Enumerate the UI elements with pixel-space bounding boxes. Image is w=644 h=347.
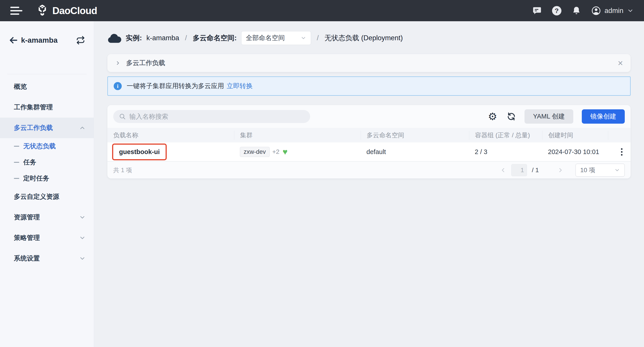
topbar: DaoCloud ? admin — [0, 0, 644, 21]
user-menu[interactable]: admin — [591, 6, 634, 16]
created-cell: 2024-07-30 10:01 — [542, 148, 608, 156]
sidebar-item-label: 资源管理 — [14, 213, 40, 222]
table-footer: 共 1 项 / 1 10 项 — [108, 161, 630, 178]
sidebar-item-overview[interactable]: 概览 — [0, 76, 94, 97]
sidebar-item-stateless-workloads[interactable]: 无状态负载 — [0, 138, 94, 154]
workload-card: ⚙ YAML 创建 镜像创建 负载名称 集群 多云命名空间 容器组 (正常 / … — [108, 105, 630, 178]
cluster-extra-count: +2 — [272, 148, 280, 155]
column-header-cluster: 集群 — [234, 131, 361, 140]
total-count: 共 1 项 — [113, 166, 132, 174]
daocloud-app: DaoCloud ? admin — [0, 0, 644, 347]
breadcrumb-separator: / — [317, 34, 319, 42]
health-heart-icon: ♥ — [282, 148, 288, 156]
annotation-highlight-box: guestbook-ui — [112, 144, 167, 160]
hamburger-menu-icon[interactable] — [10, 6, 23, 16]
sidebar-item-system-settings[interactable]: 系统设置 — [0, 248, 94, 269]
cluster-tag[interactable]: zxw-dev — [240, 147, 270, 157]
close-icon[interactable]: × — [618, 58, 623, 67]
refresh-icon[interactable] — [506, 111, 517, 122]
kebab-menu-icon[interactable] — [618, 146, 626, 158]
search-icon — [119, 113, 126, 120]
topbar-actions: ? admin — [532, 6, 634, 16]
sidebar-item-label: 多云自定义资源 — [14, 192, 59, 201]
page-size-value: 10 项 — [580, 166, 595, 174]
column-header-created: 创建时间 — [542, 131, 608, 140]
sidebar-item-label: 策略管理 — [14, 233, 40, 242]
page-size-select[interactable]: 10 项 — [576, 164, 625, 177]
chevron-right-icon[interactable] — [115, 60, 121, 66]
user-name: admin — [604, 7, 624, 15]
pagination: / 1 10 项 — [500, 164, 625, 177]
back-arrow-icon[interactable] — [8, 35, 19, 46]
next-page-icon[interactable] — [557, 167, 564, 173]
toolbar-actions: ⚙ YAML 创建 镜像创建 — [487, 109, 625, 124]
panel-title: 多云工作负载 — [126, 58, 165, 67]
switch-cluster-icon[interactable] — [76, 35, 86, 45]
namespace-select[interactable]: 全部命名空间 — [241, 31, 311, 45]
dash-icon — [14, 162, 19, 163]
sidebar: k-amamba 概览 工作集群管理 多云工作负载 无状态负载 — [0, 21, 94, 347]
dash-icon — [14, 146, 19, 147]
page-title: 无状态负载 (Deployment) — [324, 33, 403, 43]
chevron-up-icon — [79, 125, 86, 131]
sidebar-item-resource-mgmt[interactable]: 资源管理 — [0, 207, 94, 228]
column-header-pods: 容器组 (正常 / 总量) — [469, 131, 542, 140]
cloud-icon — [108, 32, 121, 44]
cluster-cell: zxw-dev +2 ♥ — [234, 147, 361, 157]
namespace-selected-value: 全部命名空间 — [246, 33, 285, 42]
prev-page-icon[interactable] — [500, 167, 506, 173]
instance-value: k-amamba — [146, 34, 179, 42]
sidebar-item-label: 任务 — [23, 158, 36, 167]
sidebar-item-jobs[interactable]: 任务 — [0, 154, 94, 170]
breadcrumb: 实例: k-amamba / 多云命名空间: 全部命名空间 / 无状态负载 (D… — [108, 28, 630, 48]
column-header-actions — [608, 131, 630, 140]
notification-bell-icon[interactable] — [572, 6, 581, 16]
column-header-name: 负载名称 — [108, 131, 234, 140]
sidebar-item-label: 工作集群管理 — [14, 103, 53, 112]
yaml-create-button[interactable]: YAML 创建 — [524, 109, 573, 124]
gear-icon[interactable]: ⚙ — [487, 111, 498, 122]
gear-glyph: ⚙ — [488, 111, 497, 122]
sidebar-item-cronjobs[interactable]: 定时任务 — [0, 170, 94, 186]
sidebar-divider — [7, 74, 86, 74]
main-content: 实例: k-amamba / 多云命名空间: 全部命名空间 / 无状态负载 (D… — [94, 21, 644, 347]
logo: DaoCloud — [36, 4, 97, 17]
sidebar-item-label: 多云工作负载 — [14, 123, 53, 132]
image-create-button[interactable]: 镜像创建 — [582, 109, 625, 124]
help-glyph: ? — [552, 6, 562, 15]
column-header-namespace: 多云命名空间 — [361, 131, 469, 140]
convert-now-link[interactable]: 立即转换 — [227, 82, 253, 90]
chevron-down-icon — [300, 35, 306, 41]
chevron-down-icon — [614, 167, 620, 173]
chevron-down-icon — [79, 214, 86, 221]
page-total: / 1 — [532, 167, 539, 174]
pods-cell: 2 / 3 — [469, 148, 542, 156]
page-number-input[interactable] — [511, 164, 527, 176]
info-icon: i — [114, 82, 122, 90]
chevron-down-icon — [79, 255, 86, 262]
sidebar-item-label: 系统设置 — [14, 254, 40, 263]
sidebar-item-multicloud-custom-resources[interactable]: 多云自定义资源 — [0, 186, 94, 207]
daocloud-cube-icon — [36, 4, 49, 17]
sidebar-item-label: 无状态负载 — [23, 142, 56, 151]
sidebar-item-policy-mgmt[interactable]: 策略管理 — [0, 228, 94, 248]
help-icon[interactable]: ? — [552, 6, 562, 16]
card-toolbar: ⚙ YAML 创建 镜像创建 — [108, 105, 630, 128]
dash-icon — [14, 178, 19, 179]
chevron-down-icon — [627, 7, 634, 14]
breadcrumb-separator: / — [185, 34, 187, 42]
sidebar-item-label: 概览 — [14, 82, 27, 91]
sidebar-item-multicloud-workloads[interactable]: 多云工作负载 — [0, 118, 94, 138]
banner-text: 一键将子集群应用转换为多云应用 — [127, 82, 224, 90]
cluster-title: k-amamba — [21, 36, 58, 44]
namespace-cell: default — [361, 148, 469, 156]
search-box — [113, 110, 310, 123]
message-icon[interactable] — [532, 6, 542, 16]
table-row: guestbook-ui zxw-dev +2 ♥ default 2 / 3 … — [108, 142, 630, 161]
sidebar-header: k-amamba — [0, 31, 94, 49]
sidebar-item-work-cluster-mgmt[interactable]: 工作集群管理 — [0, 97, 94, 118]
app-name: DaoCloud — [52, 5, 97, 16]
search-input[interactable] — [129, 113, 304, 120]
workload-name-link[interactable]: guestbook-ui — [119, 148, 160, 156]
avatar — [591, 6, 601, 16]
